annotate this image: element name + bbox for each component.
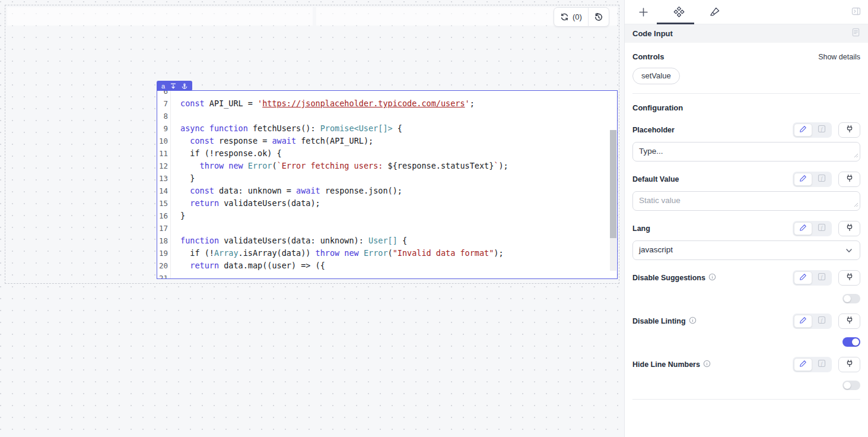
line-number: 6 (157, 91, 171, 97)
disable-suggestions-toggle[interactable] (842, 294, 860, 303)
disable-linting-toggle[interactable] (842, 337, 860, 347)
code-editor[interactable]: 67const API_URL = 'https://jsonplacehold… (157, 91, 617, 278)
components-icon (673, 7, 685, 18)
history-button[interactable] (589, 12, 609, 22)
edit-mode-segmented-control: f (793, 357, 832, 372)
line-number: 14 (157, 185, 171, 197)
function-icon: f (818, 174, 826, 185)
code-line: 13 } (157, 172, 617, 185)
svg-text:f: f (821, 274, 823, 280)
svg-text:f: f (821, 224, 823, 230)
style-brush-icon (709, 7, 720, 18)
resize-handle-icon[interactable] (853, 151, 859, 160)
code-line: 15 return validateUsers(data); (157, 197, 617, 210)
code-input-component[interactable]: a 67const API_URL = 'https://jsonplaceho… (157, 90, 618, 279)
function-icon: f (818, 316, 826, 327)
refresh-count: (0) (573, 12, 582, 21)
controls-section: Controls Show details setValue (625, 52, 868, 94)
bind-data-button[interactable] (838, 122, 860, 138)
pencil-mode-button[interactable] (794, 173, 812, 186)
hide-line-numbers-toggle[interactable] (842, 381, 860, 390)
svg-text:f: f (821, 360, 823, 366)
history-icon (594, 12, 603, 22)
line-number: 19 (157, 247, 171, 259)
code-line: 17 (157, 222, 617, 235)
show-details-link[interactable]: Show details (818, 53, 860, 61)
collapse-panel-icon[interactable] (851, 7, 861, 18)
line-number: 7 (157, 97, 171, 110)
plug-icon (845, 223, 854, 234)
edit-mode-segmented-control: f (793, 314, 832, 329)
info-icon[interactable] (703, 359, 711, 370)
pencil-icon (799, 125, 807, 135)
function-mode-button[interactable]: f (812, 222, 831, 235)
bind-data-button[interactable] (838, 314, 860, 329)
config-row-lang: Lang (632, 221, 860, 260)
plug-icon (845, 174, 854, 185)
pencil-mode-button[interactable] (794, 315, 812, 328)
section-divider (632, 399, 860, 400)
function-mode-button[interactable]: f (812, 271, 831, 284)
plus-icon (638, 7, 648, 17)
config-row-placeholder: Placeholder (632, 122, 860, 162)
plug-icon (845, 359, 854, 370)
canvas-toolbar: (0) (554, 7, 609, 27)
config-row-disable-suggestions: Disable Suggestions (632, 270, 860, 303)
code-line: 12 throw new Error(`Error fetching users… (157, 160, 617, 172)
placeholder-input[interactable]: Type... (632, 142, 860, 162)
doc-list-icon[interactable] (851, 28, 860, 39)
config-field: Type... (632, 142, 860, 162)
tab-insert-plus[interactable] (637, 6, 649, 18)
function-mode-button[interactable]: f (812, 358, 831, 371)
function-icon: f (818, 223, 826, 234)
arrow-down-to-bar-icon[interactable] (170, 83, 176, 89)
line-number: 18 (157, 235, 171, 247)
function-mode-button[interactable]: f (812, 173, 831, 186)
pencil-icon (799, 223, 807, 234)
lang-select[interactable]: javascript (632, 240, 860, 260)
setvalue-control-chip[interactable]: setValue (632, 68, 680, 84)
code-line: 9async function fetchUsers(): Promise<Us… (157, 122, 617, 135)
info-icon[interactable] (689, 316, 697, 327)
anchor-icon[interactable] (182, 83, 187, 89)
refresh-button[interactable]: (0) (554, 12, 588, 21)
config-row-default-value: Default Value (632, 172, 860, 211)
editor-scrollbar-thumb[interactable] (610, 130, 616, 238)
pencil-icon (799, 273, 807, 283)
pencil-mode-button[interactable] (794, 124, 812, 137)
code-line: 19 if (!Array.isArray(data)) throw new E… (157, 247, 617, 259)
pencil-icon (799, 174, 807, 185)
pencil-mode-button[interactable] (794, 222, 812, 235)
controls-title: Controls (632, 52, 664, 61)
pencil-mode-button[interactable] (794, 271, 812, 284)
function-icon: f (818, 125, 826, 135)
function-mode-button[interactable]: f (812, 124, 831, 137)
resize-handle-icon[interactable] (853, 200, 859, 209)
component-name-badge[interactable]: a (157, 81, 192, 91)
plug-icon (845, 273, 854, 283)
bind-data-button[interactable] (838, 270, 860, 286)
field-text: Type... (639, 147, 663, 156)
plug-icon (845, 316, 854, 327)
info-icon[interactable] (708, 273, 716, 283)
code-line: 6 (157, 91, 617, 97)
svg-text:f: f (821, 175, 823, 181)
edit-mode-segmented-control: f (793, 172, 832, 187)
app-root: (0) a (0, 0, 868, 437)
code-line: 8 (157, 110, 617, 122)
line-number: 16 (157, 210, 171, 222)
bind-data-button[interactable] (838, 357, 860, 372)
section-divider (632, 93, 860, 94)
toggle-knob (852, 338, 859, 346)
bind-data-button[interactable] (838, 172, 860, 187)
tab-properties[interactable] (673, 6, 685, 18)
editor-canvas[interactable]: (0) a (0, 0, 624, 437)
tab-style[interactable] (708, 6, 720, 18)
edit-mode-segmented-control: f (793, 221, 832, 236)
bind-data-button[interactable] (838, 221, 860, 236)
pencil-mode-button[interactable] (794, 358, 812, 371)
configuration-section: Configuration Placeholder (625, 103, 868, 400)
function-mode-button[interactable]: f (812, 315, 831, 328)
default-value-input[interactable]: Static value (632, 191, 860, 211)
config-label: Disable Suggestions (632, 274, 705, 282)
